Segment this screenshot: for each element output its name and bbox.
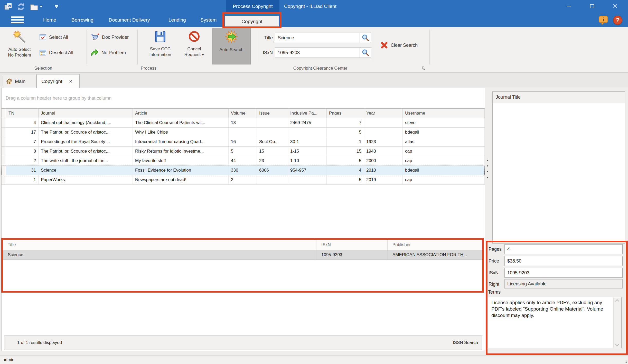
ccc-isxn-label: ISxN [256, 48, 273, 58]
app-menu-icon[interactable] [11, 16, 24, 23]
document-tabstrip: Main Copyright ✕ [0, 73, 628, 88]
table-row[interactable]: 8The Patriot, or, Scourge of aristoc...R… [2, 147, 485, 156]
results-row-selected[interactable]: Science 1095-9203 AMERICAN ASSOCIATION F… [3, 250, 482, 260]
red-x-icon [380, 41, 388, 49]
menu-borrowing[interactable]: Borrowing [71, 13, 93, 27]
terms-field[interactable]: License applies only to article PDF's, e… [488, 297, 622, 348]
maximize-button[interactable] [585, 1, 599, 11]
doc-provider-button[interactable]: Doc Provider [90, 33, 129, 42]
close-button[interactable] [608, 1, 622, 11]
col-header-tn[interactable]: TN [6, 109, 39, 118]
table-row-selected[interactable]: 31ScienceFossil Evidence for Evolution33… [2, 166, 485, 175]
col-header-pages[interactable]: Pages [327, 109, 364, 118]
refresh-icon[interactable] [16, 2, 26, 11]
group-by-hint: Drag a column header here to group by th… [6, 96, 111, 101]
table-row[interactable]: 1PaperWorks.Newspapers are not dead!2520… [2, 175, 485, 185]
menu-lending[interactable]: Lending [168, 13, 186, 27]
group-separator [87, 30, 87, 64]
menu-document-delivery[interactable]: Document Delivery [109, 13, 150, 27]
auto-search-icon [225, 30, 238, 45]
scroll-up-icon[interactable] [615, 299, 619, 303]
terms-scrollbar[interactable] [613, 297, 621, 348]
cart-icon [90, 33, 100, 42]
pages-label: Pages [489, 244, 503, 254]
ribbon-tab-copyright[interactable]: Copyright [225, 16, 279, 27]
col-header-title[interactable]: Title [3, 240, 316, 250]
resize-grip[interactable] [623, 359, 627, 363]
svg-text:?: ? [616, 17, 620, 24]
journal-title-list[interactable]: Journal Title [492, 91, 625, 244]
tab-close-icon[interactable]: ✕ [69, 79, 72, 84]
price-label: Price [489, 256, 503, 266]
magic-wand-icon [13, 30, 26, 45]
col-header-article[interactable]: Article [133, 109, 229, 118]
cancel-request-button[interactable]: Cancel Request ▾ [180, 28, 209, 66]
results-count: 1 of 1 results displayed [17, 336, 62, 350]
open-form-icon[interactable] [4, 2, 13, 11]
journal-title-header: Journal Title [493, 92, 625, 103]
col-header-isxn[interactable]: ISxN [316, 240, 388, 250]
window-title: Copyright - ILLiad Client [284, 0, 336, 13]
minimize-button[interactable] [562, 1, 576, 11]
clear-search-button[interactable]: Clear Search [380, 41, 418, 50]
group-label-ccc: Copyright Clearance Center [211, 65, 429, 72]
isxn-search-button[interactable] [360, 48, 371, 58]
ccc-isxn-input[interactable] [275, 48, 360, 58]
menu-home[interactable]: Home [43, 13, 56, 27]
results-header-row: Title ISxN Publisher [3, 240, 482, 250]
col-header-inclusive[interactable]: Inclusive Pa... [288, 109, 327, 118]
home-icon [6, 78, 13, 85]
col-header-username[interactable]: Username [403, 109, 485, 118]
group-label-selection: Selection [0, 65, 87, 72]
menu-system[interactable]: System [200, 13, 217, 27]
table-header-row: TN Journal Article Volume Issue Inclusiv… [2, 108, 485, 118]
dialog-launcher-icon[interactable] [421, 66, 426, 72]
isxn-field[interactable] [504, 268, 623, 278]
price-field[interactable] [504, 256, 623, 266]
right-label: Right [489, 279, 503, 289]
no-problem-button[interactable]: No Problem [90, 48, 126, 57]
table-row[interactable]: 2The write stuff : the journal of the...… [2, 156, 485, 166]
col-header-issue[interactable]: Issue [257, 109, 288, 118]
col-header-journal[interactable]: Journal [39, 109, 133, 118]
col-header-year[interactable]: Year [364, 109, 403, 118]
group-separator [429, 30, 430, 64]
table-row[interactable]: 17The Patriot, or, Scourge of aristoc...… [2, 128, 485, 137]
deselect-all-button[interactable]: Deselect All [39, 48, 73, 57]
col-header-publisher[interactable]: Publisher [388, 240, 482, 250]
status-username: admin [3, 356, 14, 364]
save-ccc-information-button[interactable]: Save CCC Information [143, 28, 178, 66]
table-row[interactable]: 7Proceedings of the Royal Society ...Int… [2, 137, 485, 147]
auto-search-button[interactable]: Auto Search [212, 28, 251, 64]
ccc-title-input[interactable] [275, 33, 360, 43]
titlebar: Process Copyright Copyright - ILLiad Cli… [0, 0, 628, 13]
group-separator [374, 31, 374, 62]
cancel-icon [188, 30, 200, 44]
ribbon: Auto Select No Problem Select All Desele… [0, 27, 628, 73]
statusbar: admin [0, 356, 628, 364]
help-icon[interactable]: ? [612, 15, 623, 27]
menubar: Home Borrowing Document Delivery Lending… [0, 13, 628, 27]
folder-menu-icon[interactable] [29, 2, 43, 11]
panel-splitter-handle[interactable] [487, 160, 489, 178]
pages-field[interactable] [504, 244, 623, 254]
select-all-button[interactable]: Select All [39, 33, 68, 42]
select-all-icon [39, 33, 47, 41]
magnifier-icon [362, 34, 369, 41]
scroll-down-icon[interactable] [615, 342, 619, 346]
ccc-results-table: Title ISxN Publisher Science 1095-9203 A… [3, 240, 482, 260]
terms-text: License applies only to article PDF's, e… [491, 299, 611, 319]
tab-copyright[interactable]: Copyright ✕ [36, 74, 80, 88]
tab-main[interactable]: Main [3, 75, 36, 88]
customize-toolbar-icon[interactable] [53, 2, 60, 11]
svg-text:i: i [603, 17, 604, 22]
right-field: Licensing Available [504, 279, 623, 288]
col-header-volume[interactable]: Volume [229, 109, 257, 118]
context-tab-process-copyright[interactable]: Process Copyright [226, 0, 279, 13]
info-icon[interactable]: i [598, 15, 609, 27]
title-search-button[interactable] [360, 33, 371, 43]
table-row[interactable]: 4Clinical ophthalmology (Auckland, ...Th… [2, 118, 485, 128]
auto-select-no-problem-button[interactable]: Auto Select No Problem [3, 28, 36, 66]
results-status-strip: 1 of 1 results displayed ISSN Search [4, 335, 482, 350]
group-separator [137, 30, 138, 64]
